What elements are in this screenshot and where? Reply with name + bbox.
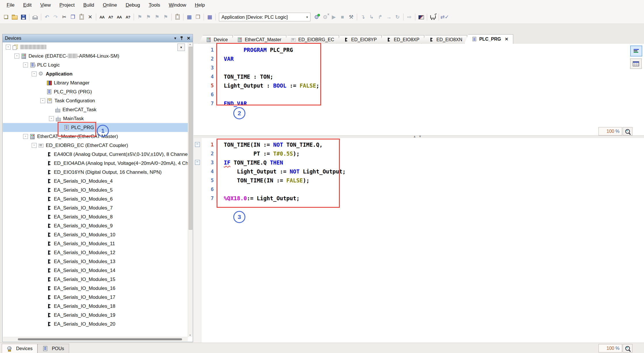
tree-item-ea-serials-io-modules-14[interactable]: EA_Serials_IO_Modules_14 bbox=[3, 266, 188, 275]
active-application-combo[interactable]: Application [Device: PLC Logic]▾ bbox=[219, 13, 310, 21]
tree-collapse-icon[interactable]: - bbox=[32, 71, 37, 76]
fold-marker-icon[interactable]: − bbox=[195, 142, 200, 147]
paste-button[interactable] bbox=[77, 13, 86, 21]
tree-collapse-icon[interactable]: - bbox=[32, 143, 37, 148]
tab-plc_prg[interactable]: PLC_PRG✕ bbox=[464, 34, 513, 44]
tree-item-ethercat-task[interactable]: EtherCAT_Task bbox=[3, 105, 188, 114]
tabular-view-button[interactable] bbox=[630, 58, 642, 69]
stop-button[interactable]: ■ bbox=[338, 13, 347, 21]
scrollbar-thumb[interactable] bbox=[18, 338, 182, 340]
bookmark-clear-button[interactable]: ⚑ bbox=[161, 13, 170, 21]
replace-in-project-button[interactable]: A? bbox=[124, 13, 132, 21]
tree-item-ethercat-master[interactable]: -EtherCAT_Master (EtherCAT Master) bbox=[3, 132, 188, 141]
cut-button[interactable]: ✂ bbox=[60, 13, 69, 21]
tree-item-ea-serials-io-modules-10[interactable]: EA_Serials_IO_Modules_10 bbox=[3, 230, 188, 239]
tree-item-ea-serials-io-modules-4[interactable]: EA_Serials_IO_Modules_4 bbox=[3, 177, 188, 186]
device-version-dropdown[interactable]: ▼ bbox=[177, 44, 185, 51]
declaration-zoom-level[interactable]: 100 % bbox=[598, 127, 622, 135]
tree-collapse-icon[interactable]: - bbox=[23, 63, 28, 67]
tree-collapse-icon[interactable]: - bbox=[6, 45, 11, 50]
fold-marker-icon[interactable]: − bbox=[195, 160, 200, 165]
menu-tools[interactable]: Tools bbox=[144, 1, 164, 9]
tree-item-ea-serials-io-modules-18[interactable]: EA_Serials_IO_Modules_18 bbox=[3, 302, 188, 311]
find-in-project-button[interactable]: AA bbox=[115, 13, 124, 21]
menu-file[interactable]: File bbox=[2, 1, 19, 9]
open-project-button[interactable] bbox=[10, 13, 19, 21]
menu-build[interactable]: Build bbox=[79, 1, 99, 9]
tree-item-ed-eiobrg-ec[interactable]: -ED_EIOBRG_EC (EtherCAT Coupler) bbox=[3, 141, 188, 150]
reset-warm-button[interactable]: ↻ bbox=[393, 13, 402, 21]
menu-view[interactable]: View bbox=[36, 1, 55, 9]
tree-item-maintask-plc-prg[interactable]: PLC_PRG bbox=[3, 123, 188, 132]
menu-window[interactable]: Window bbox=[164, 1, 190, 9]
step-over-button[interactable]: ↴ bbox=[359, 13, 367, 21]
tree-item-application[interactable]: -Application bbox=[3, 69, 188, 78]
tree-item-ea-serials-io-modules-13[interactable]: EA_Serials_IO_Modules_13 bbox=[3, 257, 188, 266]
breakpoint-settings-button[interactable]: ⚒ bbox=[347, 13, 355, 21]
menu-online[interactable]: Online bbox=[99, 1, 121, 9]
tree-item-ea-serials-io-modules-15[interactable]: EA_Serials_IO_Modules_15 bbox=[3, 275, 188, 284]
build-button[interactable]: ▦ bbox=[185, 13, 194, 21]
set-next-statement-button[interactable]: ⇨ bbox=[405, 13, 414, 21]
save-project-button[interactable] bbox=[19, 13, 28, 21]
view-tab-pous[interactable]: POUs bbox=[37, 344, 69, 353]
codesys-store-button[interactable] bbox=[429, 13, 437, 21]
tree-item-library-manager[interactable]: Library Manager bbox=[3, 78, 188, 87]
tree-collapse-icon[interactable]: - bbox=[23, 134, 28, 139]
logout-button[interactable]: ⚙ bbox=[321, 13, 329, 21]
tab-ethercat_master[interactable]: EtherCAT_Master bbox=[230, 35, 286, 44]
menu-help[interactable]: Help bbox=[190, 1, 209, 9]
tree-item-ea-serials-io-modules-12[interactable]: EA_Serials_IO_Modules_12 bbox=[3, 248, 188, 257]
tree-item-ea-serials-io-modules-9[interactable]: EA_Serials_IO_Modules_9 bbox=[3, 221, 188, 230]
tree-item-task-configuration[interactable]: -Task Configuration bbox=[3, 96, 188, 105]
tree-item-ea-serials-io-modules-17[interactable]: EA_Serials_IO_Modules_17 bbox=[3, 293, 188, 302]
tree-item-project-root[interactable]: -▼ bbox=[3, 43, 188, 52]
textual-view-button[interactable] bbox=[630, 46, 642, 56]
tree-item-ea-serials-io-modules-16[interactable]: EA_Serials_IO_Modules_16 bbox=[3, 284, 188, 293]
tab-ed_eio8xp[interactable]: ED_EIO8XP bbox=[379, 35, 424, 44]
tree-item-plc-prg-pou[interactable]: PLC_PRG (PRG) bbox=[3, 87, 188, 96]
redo-button[interactable]: ↷ bbox=[51, 13, 60, 21]
tab-device[interactable]: Device bbox=[199, 35, 233, 44]
tree-item-ea-serials-io-modules-11[interactable]: EA_Serials_IO_Modules_11 bbox=[3, 239, 188, 248]
declaration-editor[interactable]: 1 PROGRAM PLC_PRG2VAR34TON_TIME : TON;5L… bbox=[194, 44, 644, 137]
tree-item-plc-logic[interactable]: -PLC Logic bbox=[3, 61, 188, 69]
undo-button[interactable]: ↶ bbox=[43, 13, 51, 21]
replace-button[interactable]: A? bbox=[106, 13, 115, 21]
view-tab-devices[interactable]: Devices bbox=[2, 344, 37, 353]
tree-item-device[interactable]: -Device (EDATEC--ARM64-Linux-SM) bbox=[3, 52, 188, 61]
tab-ed_eio8xn[interactable]: ED_EIO8XN bbox=[421, 35, 467, 44]
start-button[interactable]: ▶ bbox=[329, 13, 338, 21]
pin-icon[interactable] bbox=[180, 36, 183, 40]
tree-item-ea-serials-io-modules-7[interactable]: EA_Serials_IO_Modules_7 bbox=[3, 203, 188, 212]
step-out-button[interactable]: ↱ bbox=[376, 13, 384, 21]
close-tab-icon[interactable]: ✕ bbox=[505, 37, 509, 42]
tab-ed_eio8yp[interactable]: ED_EIO8YP bbox=[336, 35, 382, 44]
find-button[interactable]: AA bbox=[98, 13, 106, 21]
tree-horizontal-scrollbar[interactable] bbox=[3, 337, 188, 341]
menu-edit[interactable]: Edit bbox=[19, 1, 36, 9]
tree-collapse-icon[interactable]: - bbox=[40, 98, 45, 103]
bookmark-next-button[interactable]: ⚑ bbox=[153, 13, 161, 21]
declaration-zoom-button[interactable] bbox=[623, 127, 632, 135]
paste-special-button[interactable] bbox=[173, 13, 182, 21]
scroll-up-icon[interactable]: ▲ bbox=[189, 43, 191, 46]
delete-button[interactable]: ✕ bbox=[86, 13, 94, 21]
run-to-cursor-button[interactable]: → bbox=[384, 13, 393, 21]
menu-project[interactable]: Project bbox=[55, 1, 79, 9]
export-button[interactable]: ❒ bbox=[194, 13, 202, 21]
tree-item-ea40c8[interactable]: EA40C8 (Analog Output, Current(±5V,0-10V… bbox=[3, 150, 188, 159]
tab-ed_eiobrg_ec[interactable]: ED_EIOBRG_EC bbox=[283, 35, 339, 44]
tree-item-ea-serials-io-modules-6[interactable]: EA_Serials_IO_Modules_6 bbox=[3, 195, 188, 203]
tree-vertical-scrollbar[interactable]: ▲ ▼ bbox=[188, 43, 192, 337]
implementation-zoom-button[interactable] bbox=[623, 344, 632, 352]
scroll-down-icon[interactable]: ▼ bbox=[189, 334, 191, 337]
tree-item-ea-serials-io-modules-5[interactable]: EA_Serials_IO_Modules_5 bbox=[3, 186, 188, 195]
copy-button[interactable]: ❐ bbox=[69, 13, 77, 21]
new-file-button[interactable]: ❏ bbox=[2, 13, 10, 21]
tree-collapse-icon[interactable]: - bbox=[49, 116, 54, 121]
display-mode-button[interactable] bbox=[417, 13, 425, 21]
tree-item-ea-serials-io-modules-20[interactable]: EA_Serials_IO_Modules_20 bbox=[3, 320, 188, 329]
tree-item-ea-serials-io-modules-8[interactable]: EA_Serials_IO_Modules_8 bbox=[3, 212, 188, 221]
tree-item-ed-eio16yn[interactable]: ED_EIO16YN (Digital Output, 16 Channels,… bbox=[3, 168, 188, 177]
